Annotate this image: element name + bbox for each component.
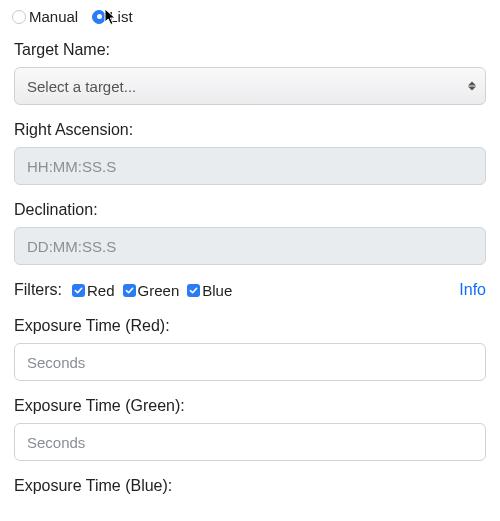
mode-list-radio[interactable]: List	[92, 8, 132, 25]
mode-manual-label: Manual	[29, 8, 78, 25]
filters-label: Filters:	[14, 281, 62, 299]
target-name-group: Target Name: Select a target...	[14, 41, 486, 105]
target-name-label: Target Name:	[14, 41, 486, 59]
right-ascension-group: Right Ascension:	[14, 121, 486, 185]
checkbox-checked-icon	[123, 284, 136, 297]
filter-blue-checkbox[interactable]: Blue	[187, 282, 232, 299]
target-name-placeholder: Select a target...	[27, 78, 136, 95]
exposure-red-input[interactable]	[14, 343, 486, 381]
exposure-green-label: Exposure Time (Green):	[14, 397, 486, 415]
filter-red-label: Red	[87, 282, 115, 299]
declination-group: Declination:	[14, 201, 486, 265]
filters-info-link[interactable]: Info	[459, 281, 486, 299]
right-ascension-input[interactable]	[14, 147, 486, 185]
exposure-blue-group: Exposure Time (Blue):	[14, 477, 486, 495]
target-name-select[interactable]: Select a target...	[14, 67, 486, 105]
radio-checked-icon	[92, 10, 106, 24]
checkbox-checked-icon	[72, 284, 85, 297]
exposure-red-group: Exposure Time (Red):	[14, 317, 486, 381]
mode-manual-radio[interactable]: Manual	[12, 8, 78, 25]
radio-unchecked-icon	[12, 10, 26, 24]
filters-row: Filters: Red Green Blue Info	[14, 281, 486, 299]
right-ascension-label: Right Ascension:	[14, 121, 486, 139]
exposure-red-label: Exposure Time (Red):	[14, 317, 486, 335]
exposure-green-input[interactable]	[14, 423, 486, 461]
exposure-blue-label: Exposure Time (Blue):	[14, 477, 486, 495]
declination-input[interactable]	[14, 227, 486, 265]
select-caret-icon	[468, 82, 476, 91]
input-mode-radio-group: Manual List	[12, 8, 486, 25]
filter-green-checkbox[interactable]: Green	[123, 282, 180, 299]
declination-label: Declination:	[14, 201, 486, 219]
mode-list-label: List	[109, 8, 132, 25]
checkbox-checked-icon	[187, 284, 200, 297]
filter-blue-label: Blue	[202, 282, 232, 299]
exposure-green-group: Exposure Time (Green):	[14, 397, 486, 461]
filter-green-label: Green	[138, 282, 180, 299]
filter-red-checkbox[interactable]: Red	[72, 282, 115, 299]
